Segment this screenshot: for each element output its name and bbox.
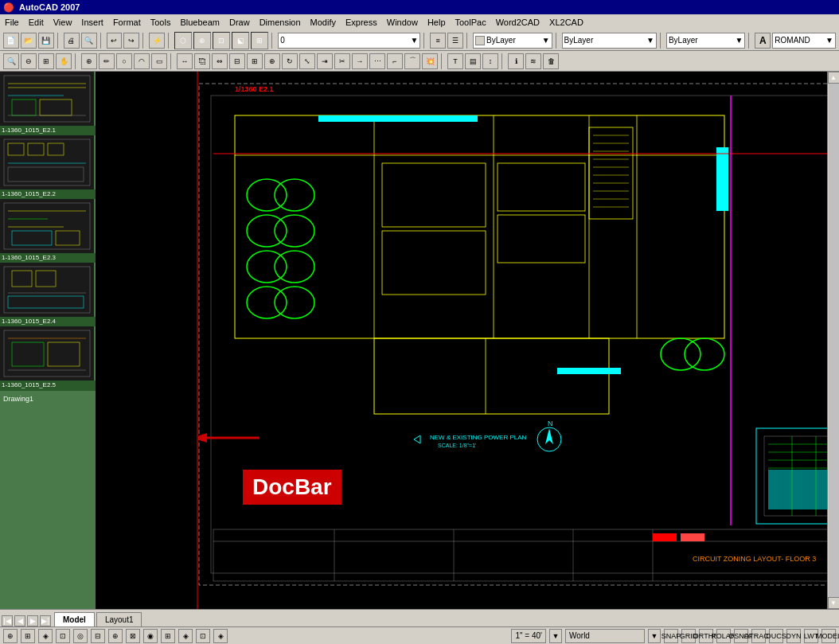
linetype-dropdown[interactable]: ByLayer ▼ <box>562 33 657 49</box>
scroll-up-btn[interactable]: ▲ <box>828 72 840 84</box>
rotate-btn[interactable]: ↻ <box>282 53 298 69</box>
menu-item-edit[interactable]: Edit <box>24 16 49 29</box>
scale-btn[interactable]: ⤡ <box>299 53 315 69</box>
layer-prop-btn[interactable]: ≡ <box>430 33 446 49</box>
arc-btn[interactable]: ◠ <box>134 53 150 69</box>
status-icon11-btn[interactable]: ◈ <box>178 629 193 643</box>
undo-btn[interactable]: ↩ <box>107 33 123 49</box>
new-btn[interactable]: 📄 <box>3 33 19 49</box>
move-btn[interactable]: ⊕ <box>264 53 280 69</box>
print-btn[interactable]: 🖨 <box>64 33 80 49</box>
status-icon3-btn[interactable]: ◈ <box>38 629 53 643</box>
circle-btn[interactable]: ○ <box>116 53 132 69</box>
status-icon10-btn[interactable]: ⊞ <box>161 629 175 643</box>
status-icon13-btn[interactable]: ◈ <box>213 629 228 643</box>
print-preview-btn[interactable]: 🔍 <box>81 33 97 49</box>
properties-btn[interactable]: ℹ <box>508 53 524 69</box>
dyn-btn[interactable]: DYN <box>786 629 801 643</box>
world-dropdown-btn[interactable]: ▼ <box>648 629 661 643</box>
thumbnail-e21[interactable]: 1-1360_1015_E2.1 <box>0 72 96 135</box>
menu-item-window[interactable]: Window <box>382 16 423 29</box>
status-icon2-btn[interactable]: ⊞ <box>21 629 35 643</box>
tab-model[interactable]: Model <box>54 612 95 626</box>
status-icon5-btn[interactable]: ◎ <box>73 629 88 643</box>
rect-btn[interactable]: ▭ <box>151 53 167 69</box>
modify-btn[interactable]: ↔ <box>177 53 193 69</box>
save-btn[interactable]: 💾 <box>38 33 54 49</box>
menu-item-draw[interactable]: Draw <box>224 16 255 29</box>
dim-btn[interactable]: ↕ <box>482 53 498 69</box>
thumbnail-e22[interactable]: 1-1360_1015_E2.2 <box>0 135 96 199</box>
lineweight-dropdown[interactable]: ByLayer ▼ <box>666 33 746 49</box>
menu-item-view[interactable]: View <box>49 16 77 29</box>
thumbnail-e25[interactable]: 1-1360_1015_E2.5 <box>0 326 96 390</box>
stretch-btn[interactable]: ⇥ <box>317 53 333 69</box>
status-icon12-btn[interactable]: ⊡ <box>196 629 210 643</box>
thumb-svg-e25 <box>0 326 94 381</box>
redo-btn[interactable]: ↪ <box>123 33 139 49</box>
menu-item-help[interactable]: Help <box>423 16 451 29</box>
break-btn[interactable]: ⋯ <box>369 53 385 69</box>
color-dropdown[interactable]: ByLayer ▼ <box>473 33 552 49</box>
layer-dropdown[interactable]: 0 ▼ <box>278 33 420 49</box>
open-btn[interactable]: 📂 <box>21 33 37 49</box>
chamfer-btn[interactable]: ⌐ <box>387 53 403 69</box>
status-icon-btn[interactable]: ⊕ <box>3 629 18 643</box>
menu-item-format[interactable]: Format <box>108 16 146 29</box>
array-btn[interactable]: ⊞ <box>247 53 263 69</box>
trim-btn[interactable]: ✂ <box>334 53 350 69</box>
copy-btn[interactable]: ⿻ <box>194 53 210 69</box>
explode-btn[interactable]: 💥 <box>422 53 438 69</box>
extend-btn[interactable]: → <box>352 53 368 69</box>
zoom-prev-btn[interactable]: ⊖ <box>21 53 37 69</box>
thumbnail-e23[interactable]: 1-1360_1015_E2.3 <box>0 199 96 263</box>
menu-item-file[interactable]: File <box>0 16 24 29</box>
status-icon9-btn[interactable]: ◉ <box>143 629 158 643</box>
scroll-down-btn[interactable]: ▼ <box>828 597 840 609</box>
tab-next-btn[interactable]: ▶ <box>27 615 38 626</box>
menu-item-insert[interactable]: Insert <box>76 16 108 29</box>
erase-btn[interactable]: 🗑 <box>543 53 559 69</box>
status-icon8-btn[interactable]: ⊠ <box>126 629 140 643</box>
A-icon: A <box>755 33 771 49</box>
hatch-btn[interactable]: ▤ <box>465 53 481 69</box>
ducs-btn[interactable]: DUCS <box>769 629 783 643</box>
right-scrollbar[interactable]: ▲ ▼ <box>827 72 839 609</box>
cad-drawing-area[interactable]: CIRCUIT ZONING LAYOUT- FLOOR 3 N NEW & E… <box>96 72 827 609</box>
menu-item-modify[interactable]: Modify <box>306 16 341 29</box>
layer-states-btn[interactable]: ☰ <box>447 33 463 49</box>
status-icon4-btn[interactable]: ⊡ <box>56 629 70 643</box>
pan-btn[interactable]: ✋ <box>56 53 72 69</box>
tab-last-btn[interactable]: ▶| <box>40 615 51 626</box>
model-btn[interactable]: MODEL <box>821 629 836 643</box>
match-prop-btn2[interactable]: ≋ <box>525 53 541 69</box>
zoom-realtime-btn[interactable]: 🔍 <box>3 53 19 69</box>
menu-item-word2cad[interactable]: Word2CAD <box>491 16 544 29</box>
menu-item-toolpac[interactable]: ToolPac <box>451 16 491 29</box>
thumbnail-e24[interactable]: 1-1360_1015_E2.4 <box>0 263 96 326</box>
otrack-btn[interactable]: OTRACK <box>751 629 766 643</box>
menu-item-xl2cad[interactable]: XL2CAD <box>544 16 588 29</box>
fillet-btn[interactable]: ⌒ <box>404 53 420 69</box>
zoom-win-btn[interactable]: ⊞ <box>38 53 54 69</box>
tab-first-btn[interactable]: |◀ <box>2 615 13 626</box>
font-dropdown[interactable]: ROMAND ▼ <box>772 33 836 49</box>
scroll-track[interactable] <box>829 84 839 597</box>
tab-layout1[interactable]: Layout1 <box>96 612 142 626</box>
tab-prev-btn[interactable]: ◀ <box>14 615 25 626</box>
snap-grid-btn[interactable]: ⊕ <box>81 53 97 69</box>
draw-btn[interactable]: ✏ <box>99 53 115 69</box>
text-btn[interactable]: T <box>447 53 463 69</box>
match-prop-btn[interactable]: ⚡ <box>149 33 165 49</box>
offset-btn[interactable]: ⊟ <box>229 53 245 69</box>
menu-item-express[interactable]: Express <box>341 16 382 29</box>
snap-btn[interactable]: SNAP <box>664 629 678 643</box>
scale-dropdown-btn[interactable]: ▼ <box>549 629 562 643</box>
mirror-btn[interactable]: ⇔ <box>212 53 228 69</box>
status-icon6-btn[interactable]: ⊟ <box>91 629 105 643</box>
sep13 <box>441 53 444 69</box>
menu-item-dimension[interactable]: Dimension <box>255 16 306 29</box>
status-icon7-btn[interactable]: ⊕ <box>108 629 123 643</box>
menu-item-bluebeam[interactable]: Bluebeam <box>175 16 224 29</box>
menu-item-tools[interactable]: Tools <box>146 16 176 29</box>
